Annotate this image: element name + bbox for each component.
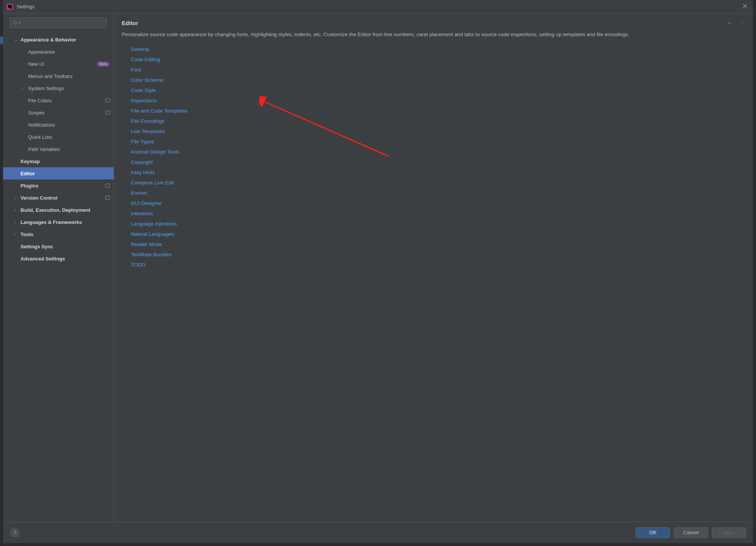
tree-item-label: Editor: [21, 171, 110, 176]
content-description: Personalize source code appearance by ch…: [122, 31, 490, 39]
tree-item-label: Build, Execution, Deployment: [21, 207, 110, 213]
tree-item-label: Menus and Toolbars: [28, 73, 110, 79]
editor-link-code-editing[interactable]: Code Editing: [131, 54, 490, 65]
tree-item-system-settings[interactable]: ›System Settings: [3, 82, 114, 94]
tree-item-label: Appearance & Behavior: [21, 37, 110, 43]
tree-item-appearance[interactable]: Appearance: [3, 46, 114, 58]
tree-item-scopes[interactable]: Scopes: [3, 106, 114, 119]
editor-links: GeneralCode EditingFontColor SchemeCode …: [122, 44, 490, 270]
tree-item-new-ui[interactable]: New UIBeta: [3, 58, 114, 70]
tree-item-path-variables[interactable]: Path Variables: [3, 143, 114, 155]
editor-link-live-templates[interactable]: Live Templates: [131, 126, 490, 136]
svg-point-4: [13, 21, 16, 24]
chevron-icon: ›: [14, 232, 18, 236]
tree-item-label: Scopes: [28, 110, 105, 116]
settings-tree: ⌄Appearance & BehaviorAppearanceNew UIBe…: [3, 31, 114, 354]
editor-link-compose-live-edit[interactable]: Compose Live Edit: [131, 178, 490, 188]
app-icon: [7, 4, 13, 10]
editor-link-general[interactable]: General: [131, 44, 490, 54]
tree-item-settings-sync[interactable]: Settings Sync: [3, 240, 114, 252]
tree-item-notifications[interactable]: Notifications: [3, 119, 114, 131]
project-scope-icon: [105, 184, 110, 187]
editor-link-file-types[interactable]: File Types: [131, 136, 490, 147]
editor-link-intentions[interactable]: Intentions: [131, 208, 490, 219]
svg-line-5: [16, 24, 17, 25]
chevron-icon: ›: [14, 208, 18, 212]
tree-item-label: Keymap: [21, 159, 110, 164]
chevron-icon: ⌄: [14, 38, 18, 42]
editor-link-android-design-tools[interactable]: Android Design Tools: [131, 147, 490, 157]
tree-item-label: Advanced Settings: [21, 256, 110, 262]
tree-item-label: Appearance: [28, 49, 110, 55]
content-panel: Editor ← → Personalize source code appea…: [114, 14, 490, 354]
tree-item-label: System Settings: [28, 86, 110, 91]
editor-link-textmate-bundles[interactable]: TextMate Bundles: [131, 249, 490, 260]
tree-item-keymap[interactable]: Keymap: [3, 155, 114, 167]
project-scope-icon: [105, 111, 110, 114]
content-title: Editor: [122, 20, 138, 26]
gutter-strip: [0, 14, 3, 354]
editor-link-file-and-code-templates[interactable]: File and Code Templates: [131, 106, 490, 116]
sidebar: ▾ ⌄Appearance & BehaviorAppearanceNew UI…: [3, 14, 114, 354]
tree-item-menus-and-toolbars[interactable]: Menus and Toolbars: [3, 70, 114, 82]
editor-link-copyright[interactable]: Copyright: [131, 157, 490, 167]
editor-link-natural-languages[interactable]: Natural Languages: [131, 229, 490, 239]
editor-link-gui-designer[interactable]: GUI Designer: [131, 198, 490, 208]
tree-item-label: New UI: [28, 61, 94, 67]
editor-link-color-scheme[interactable]: Color Scheme: [131, 75, 490, 85]
tree-item-appearance-behavior[interactable]: ⌄Appearance & Behavior: [3, 33, 114, 46]
tree-item-plugins[interactable]: Plugins: [3, 179, 114, 192]
tree-item-advanced-settings[interactable]: Advanced Settings: [3, 252, 114, 265]
tree-item-build-execution-deployment[interactable]: ›Build, Execution, Deployment: [3, 204, 114, 216]
tree-item-label: Plugins: [21, 183, 105, 189]
editor-link-file-encodings[interactable]: File Encodings: [131, 116, 490, 126]
tree-item-quick-lists[interactable]: Quick Lists: [3, 131, 114, 143]
titlebar: Settings: [3, 0, 490, 14]
tree-item-label: Notifications: [28, 122, 110, 128]
window-title: Settings: [17, 4, 35, 10]
tree-item-languages-frameworks[interactable]: ›Languages & Frameworks: [3, 216, 114, 228]
tree-item-version-control[interactable]: ›Version Control: [3, 192, 114, 204]
search-input[interactable]: ▾: [10, 17, 107, 28]
settings-dialog: Settings ▾ ⌄Appearance & BehaviorAppeara…: [3, 0, 490, 354]
tree-item-file-colors[interactable]: File Colors: [3, 94, 114, 106]
project-scope-icon: [105, 196, 110, 200]
tree-item-editor[interactable]: ›Editor: [3, 167, 114, 179]
chevron-icon: ›: [22, 86, 26, 90]
tree-item-label: File Colors: [28, 98, 105, 103]
beta-badge: Beta: [97, 62, 110, 67]
editor-link-reader-mode[interactable]: Reader Mode: [131, 239, 490, 249]
tree-item-label: Version Control: [21, 195, 105, 201]
svg-rect-3: [8, 8, 10, 8]
tree-item-label: Path Variables: [28, 146, 110, 152]
editor-link-language-injections[interactable]: Language Injections: [131, 219, 490, 229]
search-icon: [13, 20, 18, 25]
editor-link-font[interactable]: Font: [131, 65, 490, 75]
tree-item-label: Languages & Frameworks: [21, 219, 110, 225]
tree-item-label: Quick Lists: [28, 134, 110, 140]
tree-item-label: Tools: [21, 232, 110, 237]
editor-link-code-style[interactable]: Code Style: [131, 85, 490, 95]
editor-link-inspections[interactable]: Inspections: [131, 95, 490, 106]
tree-item-tools[interactable]: ›Tools: [3, 228, 114, 240]
editor-link-inlay-hints[interactable]: Inlay Hints: [131, 167, 490, 178]
tree-item-label: Settings Sync: [21, 244, 110, 249]
chevron-icon: ›: [14, 220, 18, 224]
project-scope-icon: [105, 98, 110, 102]
chevron-icon: ›: [14, 171, 18, 176]
chevron-icon: ›: [14, 196, 18, 200]
editor-link-todo[interactable]: TODO: [131, 260, 490, 270]
editor-link-emmet[interactable]: Emmet: [131, 188, 490, 198]
search-dropdown-icon: ▾: [19, 21, 21, 25]
